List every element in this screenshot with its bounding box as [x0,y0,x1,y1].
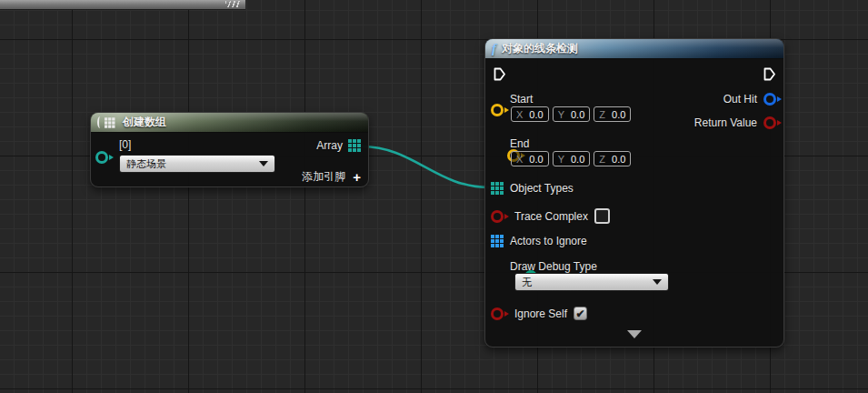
make-array-node[interactable]: 创建数组 [0] 静态场景 Array 添加引脚 + [90,112,369,187]
end-pin-label: End [510,137,529,150]
draw-debug-type-value: 无 [522,276,532,289]
z-key: Z [599,109,605,120]
trace-complex-pin-icon[interactable] [491,210,504,223]
z-value: 0.0 [612,109,625,120]
draw-debug-type-dropdown[interactable]: 无 [514,273,669,291]
element-type-dropdown[interactable]: 静态场景 [119,155,275,173]
x-value: 0.0 [529,154,543,165]
add-pin-button[interactable]: 添加引脚 + [302,169,361,185]
array-element-input-pin[interactable] [95,151,108,164]
object-types-input-pin[interactable]: Object Types [491,182,574,195]
expand-node-arrow[interactable] [627,330,642,338]
z-key: Z [599,154,605,165]
line-trace-title: 对象的线条检测 [502,41,578,56]
dropdown-arrow-icon [653,279,662,285]
array-to-object-types-wire[interactable] [362,146,489,187]
start-vector-fields: X 0.0 Y 0.0 Z 0.0 [511,106,631,122]
start-z-field[interactable]: Z 0.0 [594,106,631,122]
draw-debug-type-label: Draw Debug Type [510,260,597,273]
start-pin-label: Start [510,93,533,106]
array-output-label: Array [316,139,343,152]
ignore-self-input-pin[interactable]: Ignore Self ✔ [491,307,587,320]
ignore-self-checkbox[interactable]: ✔ [574,307,587,320]
out-hit-pin-icon[interactable] [763,93,776,106]
trace-complex-checkbox[interactable] [594,208,610,224]
actors-array-pin-icon[interactable] [491,235,504,247]
make-array-icon [97,116,117,129]
end-vector-fields: X 0.0 Y 0.0 Z 0.0 [511,151,631,166]
actors-to-ignore-label: Actors to Ignore [510,235,587,247]
line-trace-for-objects-node[interactable]: f 对象的线条检测 Start X 0.0 Y 0.0 Z 0.0 [484,38,784,348]
function-icon: f [492,42,496,55]
y-value: 0.0 [571,109,584,120]
panel-edge [0,0,245,10]
trace-complex-label: Trace Complex [514,210,588,223]
exec-output-pin[interactable] [763,66,776,82]
start-y-field[interactable]: Y 0.0 [553,106,591,122]
resize-grip-icon[interactable] [225,1,241,7]
trace-complex-input-pin[interactable]: Trace Complex [491,208,610,224]
start-vector-input-pin[interactable] [491,104,504,116]
y-value: 0.0 [571,154,584,165]
element-type-dropdown-value: 静态场景 [126,157,166,171]
make-array-header[interactable]: 创建数组 [91,113,368,133]
end-z-field[interactable]: Z 0.0 [594,151,631,166]
object-types-label: Object Types [510,182,574,195]
array-grid-pin-icon[interactable] [348,139,361,152]
return-value-label: Return Value [694,116,757,129]
bracket-glyph [97,116,103,128]
make-array-title: 创建数组 [123,115,166,130]
x-key: X [516,154,523,165]
object-types-array-pin-icon[interactable] [491,182,504,195]
y-key: Y [558,109,564,120]
x-key: X [516,109,523,120]
add-pin-label: 添加引脚 [302,169,345,185]
end-x-field[interactable]: X 0.0 [511,151,549,166]
line-trace-header[interactable]: f 对象的线条检测 [485,39,783,59]
return-value-pin-icon[interactable] [763,116,776,129]
x-value: 0.0 [529,109,543,120]
dropdown-arrow-icon [259,161,268,166]
ignore-self-label: Ignore Self [514,307,567,320]
array-output-pin[interactable]: Array [316,139,361,152]
ignore-self-pin-icon[interactable] [491,307,504,320]
array-grid-icon [105,117,115,127]
plus-icon: + [353,170,361,184]
end-y-field[interactable]: Y 0.0 [553,151,591,166]
array-element-label: [0] [119,138,131,151]
return-value-output-pin[interactable]: Return Value [694,116,776,129]
actors-to-ignore-input-pin[interactable]: Actors to Ignore [491,235,587,247]
out-hit-output-pin[interactable]: Out Hit [723,93,776,106]
z-value: 0.0 [612,154,625,165]
start-x-field[interactable]: X 0.0 [511,106,549,122]
out-hit-label: Out Hit [723,93,757,106]
y-key: Y [558,154,564,165]
exec-input-pin[interactable] [493,66,506,82]
blueprint-graph-canvas[interactable]: 创建数组 [0] 静态场景 Array 添加引脚 + f 对象的线条检测 Sta… [0,0,868,393]
